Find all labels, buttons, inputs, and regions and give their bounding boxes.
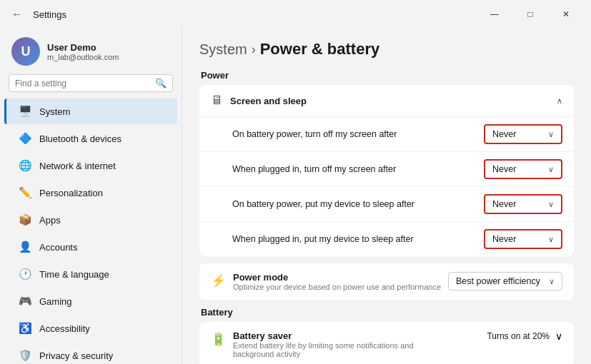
- battery-saver-text: Battery saver Extend battery life by lim…: [233, 330, 447, 358]
- table-row: On battery power, turn off my screen aft…: [199, 116, 574, 151]
- table-row: When plugged in, put my device to sleep …: [199, 221, 574, 256]
- battery-saver-title: Battery saver: [233, 330, 447, 341]
- chevron-down-icon: ∨: [548, 165, 554, 174]
- search-box[interactable]: 🔍: [9, 74, 173, 92]
- battery-screen-off-label: On battery power, turn off my screen aft…: [232, 129, 484, 139]
- back-button[interactable]: ←: [9, 6, 26, 22]
- breadcrumb: System › Power & battery: [199, 40, 574, 59]
- power-mode-value: Best power efficiency: [456, 276, 540, 286]
- plugged-sleep-label: When plugged in, put my device to sleep …: [232, 234, 484, 244]
- sidebar-item-network[interactable]: 🌐 Network & internet: [4, 153, 177, 178]
- power-mode-text: Power mode Optimize your device based on…: [233, 272, 441, 291]
- sidebar-item-label: Apps: [39, 215, 61, 226]
- sidebar-item-gaming[interactable]: 🎮 Gaming: [4, 288, 177, 314]
- user-name: User Demo: [47, 42, 119, 53]
- battery-saver-card: 🔋 Battery saver Extend battery life by l…: [199, 322, 574, 364]
- personalization-icon: ✏️: [18, 186, 32, 200]
- breadcrumb-parent[interactable]: System: [199, 41, 247, 58]
- plugged-sleep-value: Never: [492, 234, 516, 244]
- bluetooth-icon: 🔷: [18, 131, 32, 146]
- sidebar-item-accounts[interactable]: 👤 Accounts: [4, 234, 177, 260]
- battery-saver-value: Turns on at 20%: [487, 331, 550, 341]
- search-input[interactable]: [15, 79, 151, 89]
- window-controls: — □ ✕: [478, 6, 582, 23]
- screen-sleep-card: 🖥 Screen and sleep ∧ On battery power, t…: [199, 85, 574, 256]
- table-row: When plugged in, turn off my screen afte…: [199, 151, 574, 186]
- power-mode-row: ⚡ Power mode Optimize your device based …: [199, 263, 574, 300]
- card-header-left: 🖥 Screen and sleep: [211, 93, 307, 108]
- sidebar-item-label: Gaming: [39, 296, 72, 307]
- power-mode-icon: ⚡: [211, 273, 226, 288]
- sidebar-item-bluetooth[interactable]: 🔷 Bluetooth & devices: [4, 126, 177, 151]
- sidebar-item-label: Personalization: [39, 188, 103, 198]
- chevron-up-icon: ∧: [557, 96, 562, 106]
- battery-saver-chevron[interactable]: ∨: [555, 330, 562, 342]
- apps-icon: 📦: [18, 213, 32, 227]
- main-content: U User Demo m_lab@outlook.com 🔍 🖥️ Syste…: [0, 26, 591, 364]
- plugged-sleep-dropdown[interactable]: Never ∨: [484, 229, 562, 249]
- sidebar-item-label: Time & language: [39, 269, 109, 280]
- accessibility-icon: ♿: [18, 321, 32, 335]
- screen-sleep-title: Screen and sleep: [230, 96, 307, 106]
- sidebar-item-apps[interactable]: 📦 Apps: [4, 207, 177, 233]
- battery-screen-off-dropdown[interactable]: Never ∨: [484, 124, 562, 144]
- window-title: Settings: [33, 9, 66, 20]
- battery-section-label: Battery: [199, 307, 574, 318]
- breadcrumb-current: Power & battery: [260, 40, 380, 59]
- search-icon: 🔍: [155, 78, 167, 89]
- close-button[interactable]: ✕: [550, 6, 582, 23]
- battery-screen-off-value: Never: [492, 129, 516, 139]
- user-profile[interactable]: U User Demo m_lab@outlook.com: [0, 31, 182, 74]
- plugged-screen-off-value: Never: [492, 164, 516, 174]
- power-section-label: Power: [199, 70, 574, 81]
- system-icon: 🖥️: [18, 104, 32, 118]
- sidebar-item-personalization[interactable]: ✏️ Personalization: [4, 180, 177, 206]
- time-icon: 🕐: [18, 267, 32, 281]
- privacy-icon: 🛡️: [18, 348, 32, 363]
- screen-sleep-icon: 🖥: [211, 93, 223, 108]
- battery-sleep-dropdown[interactable]: Never ∨: [484, 194, 562, 214]
- battery-saver-row: 🔋 Battery saver Extend battery life by l…: [199, 322, 574, 364]
- avatar: U: [11, 37, 40, 66]
- battery-saver-right: Turns on at 20% ∨: [487, 330, 562, 342]
- chevron-down-icon: ∨: [548, 235, 554, 244]
- power-mode-left: ⚡ Power mode Optimize your device based …: [211, 272, 441, 291]
- sidebar-item-system[interactable]: 🖥️ System: [4, 98, 177, 124]
- sidebar-item-label: System: [39, 106, 70, 117]
- power-mode-title: Power mode: [233, 272, 441, 283]
- title-bar-left: ← Settings: [9, 6, 66, 22]
- network-icon: 🌐: [18, 158, 32, 173]
- sidebar-item-time[interactable]: 🕐 Time & language: [4, 261, 177, 287]
- battery-sleep-label: On battery power, put my device to sleep…: [232, 199, 484, 209]
- battery-saver-left: 🔋 Battery saver Extend battery life by l…: [211, 330, 447, 358]
- chevron-down-icon: ∨: [548, 130, 554, 139]
- sidebar-item-accessibility[interactable]: ♿ Accessibility: [4, 315, 177, 341]
- sidebar-item-label: Privacy & security: [39, 350, 113, 361]
- battery-sleep-value: Never: [492, 199, 516, 209]
- battery-saver-description: Extend battery life by limiting some not…: [233, 341, 447, 358]
- sidebar-item-privacy[interactable]: 🛡️ Privacy & security: [4, 343, 177, 364]
- power-mode-dropdown[interactable]: Best power efficiency ∨: [448, 272, 562, 290]
- table-row: On battery power, put my device to sleep…: [199, 186, 574, 221]
- sidebar-item-label: Accounts: [39, 242, 77, 253]
- breadcrumb-separator: ›: [252, 42, 256, 57]
- power-mode-card: ⚡ Power mode Optimize your device based …: [199, 263, 574, 300]
- chevron-down-icon: ∨: [549, 277, 555, 286]
- battery-saver-icon: 🔋: [211, 332, 226, 347]
- title-bar: ← Settings — □ ✕: [0, 0, 591, 26]
- chevron-down-icon: ∨: [548, 200, 554, 209]
- sidebar-item-label: Bluetooth & devices: [39, 133, 121, 144]
- accounts-icon: 👤: [18, 240, 32, 254]
- maximize-button[interactable]: □: [514, 6, 547, 23]
- plugged-screen-off-label: When plugged in, turn off my screen afte…: [232, 164, 484, 174]
- user-info: User Demo m_lab@outlook.com: [47, 42, 119, 61]
- gaming-icon: 🎮: [18, 294, 32, 308]
- sidebar: U User Demo m_lab@outlook.com 🔍 🖥️ Syste…: [0, 26, 182, 364]
- power-mode-description: Optimize your device based on power use …: [233, 283, 441, 291]
- user-email: m_lab@outlook.com: [47, 53, 119, 61]
- plugged-screen-off-dropdown[interactable]: Never ∨: [484, 159, 562, 179]
- settings-panel: System › Power & battery Power 🖥 Screen …: [182, 26, 591, 364]
- screen-sleep-header[interactable]: 🖥 Screen and sleep ∧: [199, 85, 574, 116]
- minimize-button[interactable]: —: [478, 6, 511, 23]
- sidebar-item-label: Network & internet: [39, 161, 116, 171]
